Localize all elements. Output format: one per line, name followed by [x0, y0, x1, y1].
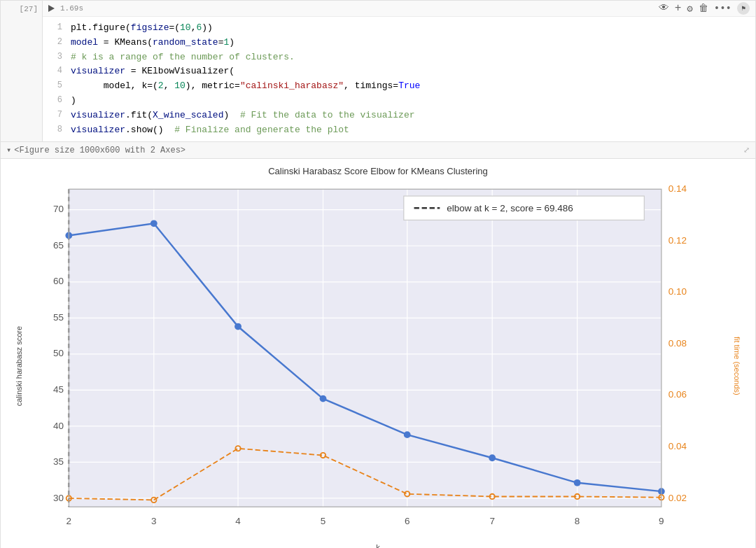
svg-text:5: 5: [321, 516, 326, 526]
plus-icon[interactable]: +: [675, 2, 682, 15]
blue-dot-6: [404, 432, 411, 439]
settings-icon[interactable]: ⚙: [687, 3, 692, 15]
blue-dot-3: [150, 220, 158, 227]
svg-text:35: 35: [53, 456, 64, 467]
x-axis-label: k: [26, 543, 730, 548]
svg-text:70: 70: [53, 204, 64, 215]
code-line-3: 3 # k is a range of the number of cluste…: [50, 50, 748, 65]
cell-label: [27]: [20, 2, 38, 13]
svg-text:0.14: 0.14: [668, 183, 687, 194]
more-icon[interactable]: •••: [714, 3, 732, 14]
cell-toolbar: 1.69s 👁 + ⚙ 🗑 ••• ⚑: [43, 1, 755, 17]
svg-text:55: 55: [53, 312, 64, 323]
svg-text:9: 9: [659, 516, 664, 526]
svg-text:0.12: 0.12: [668, 235, 687, 246]
code-line-8: 8 visualizer.show() # Finalize and gener…: [50, 123, 748, 138]
blue-dot-4: [234, 323, 241, 330]
code-area: 1 plt.figure(figsize=(10,6)) 2 model = K…: [43, 17, 755, 141]
svg-text:0.08: 0.08: [668, 338, 687, 349]
chart-title: Calinski Harabasz Score Elbow for KMeans…: [12, 166, 744, 176]
chart-svg-wrapper: calinski harabasz score: [12, 181, 744, 548]
code-line-1: 1 plt.figure(figsize=(10,6)): [50, 21, 748, 36]
cell-toolbar-right: 👁 + ⚙ 🗑 ••• ⚑: [659, 2, 750, 15]
code-line-7: 7 visualizer.fit(X_wine_scaled) # Fit th…: [50, 108, 748, 123]
svg-text:45: 45: [53, 384, 64, 395]
svg-text:2: 2: [66, 516, 72, 526]
toggle-arrow: ▾: [6, 145, 11, 155]
output-expand-icon[interactable]: ⤢: [743, 146, 750, 155]
code-cell: [27] 1.69s 👁 + ⚙ 🗑 ••• ⚑: [0, 0, 756, 142]
cell-gutter: [27]: [1, 1, 43, 141]
output-cell: ▾ <Figure size 1000x600 with 2 Axes> ⤢ C…: [0, 142, 756, 548]
output-toggle[interactable]: ▾ <Figure size 1000x600 with 2 Axes> ⤢: [1, 142, 755, 159]
svg-text:0.10: 0.10: [668, 287, 687, 297]
svg-text:6: 6: [405, 516, 410, 526]
eye-icon[interactable]: 👁: [659, 2, 669, 15]
timing-badge: 1.69s: [60, 4, 83, 13]
blue-dot-5: [320, 395, 327, 402]
chart-main: 30 35 40 45 50 55 60 65 70 0.02 0.04: [26, 181, 730, 548]
chart-bg: [69, 190, 662, 507]
svg-text:7: 7: [489, 516, 495, 526]
cell-toolbar-left: 1.69s: [48, 4, 83, 13]
svg-text:4: 4: [235, 516, 241, 526]
chart-svg: 30 35 40 45 50 55 60 65 70 0.02 0.04: [26, 181, 730, 541]
svg-text:0.06: 0.06: [668, 390, 687, 400]
code-line-6: 6 ): [50, 94, 748, 108]
svg-text:0.04: 0.04: [668, 441, 687, 451]
blue-dot-7: [489, 455, 496, 462]
svg-text:8: 8: [575, 516, 580, 526]
y-axis-left-label: calinski harabasz score: [12, 181, 26, 548]
svg-text:50: 50: [53, 349, 64, 359]
code-line-2: 2 model = KMeans(random_state=1): [50, 36, 748, 50]
legend-text: elbow at k = 2, score = 69.486: [447, 204, 573, 214]
svg-text:60: 60: [53, 276, 64, 287]
y-axis-right-label: fit time (seconds): [730, 181, 744, 548]
trash-icon[interactable]: 🗑: [699, 3, 708, 14]
cell-content: 1.69s 👁 + ⚙ 🗑 ••• ⚑ 1 plt.figure(figsize…: [43, 1, 755, 141]
svg-text:30: 30: [53, 493, 64, 503]
figure-info: <Figure size 1000x600 with 2 Axes>: [14, 146, 186, 155]
blue-dot-8: [574, 479, 581, 486]
svg-text:40: 40: [53, 421, 64, 431]
code-line-5: 5 model, k=(2, 10), metric="calinski_har…: [50, 79, 748, 94]
svg-text:65: 65: [53, 240, 64, 251]
cell-tag: ⚑: [737, 2, 750, 15]
code-line-4: 4 visualizer = KElbowVisualizer(: [50, 64, 748, 79]
chart-container: Calinski Harabasz Score Elbow for KMeans…: [1, 159, 755, 548]
notebook-container: [27] 1.69s 👁 + ⚙ 🗑 ••• ⚑: [0, 0, 756, 548]
run-button[interactable]: [48, 5, 55, 12]
svg-text:0.02: 0.02: [668, 493, 687, 503]
svg-text:3: 3: [151, 516, 157, 526]
